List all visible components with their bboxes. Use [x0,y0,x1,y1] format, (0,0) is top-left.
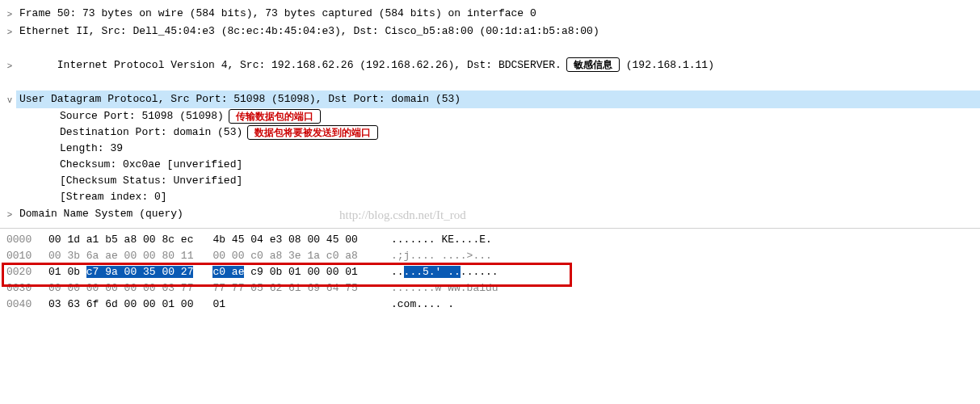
hex-bytes: 00 3b 6a ae 00 00 80 1100 00 c0 a8 3e 1a… [48,248,372,264]
udp-checksum-value: Checksum: 0xc0ae [unverified] [60,157,242,173]
tree-item-ipv4[interactable]: > Internet Protocol Version 4, Src: 192.… [0,40,980,90]
hex-ascii: .com.... . [372,297,454,313]
chevron-right-icon[interactable]: > [5,206,15,222]
dst-port-annotation: 数据包将要被发送到的端口 [247,125,378,140]
hex-offset: 0040 [6,297,48,313]
hex-bytes: 00 00 00 00 00 00 03 7777 77 05 62 61 69… [48,280,372,297]
hex-bytes: 03 63 6f 6d 00 00 01 0001 [48,297,372,313]
ipv4-summary: Internet Protocol Version 4, Src: 192.16… [16,40,980,90]
udp-stream-index-value: [Stream index: 0] [60,189,167,205]
tree-item-udp-length[interactable]: Length: 39 [0,141,980,157]
chevron-right-icon[interactable]: > [5,6,15,22]
ipv4-text-pre: Internet Protocol Version 4, Src: 192.16… [57,59,562,71]
hex-ascii: ....... KE....E. [372,232,492,248]
tree-item-udp-stream-index[interactable]: [Stream index: 0] [0,189,980,205]
hex-offset: 0000 [6,232,48,248]
src-port-value: Source Port: 51098 (51098) [60,108,224,124]
hex-bytes: 00 1d a1 b5 a8 00 8c ec4b 45 04 e3 08 00… [48,232,372,248]
hex-ascii: .....5.' ........ [372,264,498,280]
hex-highlight: c0 ae [212,266,244,278]
tree-item-udp[interactable]: v User Datagram Protocol, Src Port: 5109… [0,90,980,108]
ethernet-summary: Ethernet II, Src: Dell_45:04:e3 (8c:ec:4… [16,23,980,40]
hex-row-0000[interactable]: 0000 00 1d a1 b5 a8 00 8c ec4b 45 04 e3 … [0,232,980,248]
hex-bytes: 01 0b c7 9a 00 35 00 27c0 ae c9 0b 01 00… [48,264,372,280]
udp-summary: User Datagram Protocol, Src Port: 51098 … [16,90,980,108]
hex-row-0010[interactable]: 0010 00 3b 6a ae 00 00 80 1100 00 c0 a8 … [0,248,980,264]
tree-item-frame[interactable]: > Frame 50: 73 bytes on wire (584 bits),… [0,5,980,23]
dns-summary: Domain Name System (query) [16,205,980,223]
hex-ascii: .;j.... ....>... [372,248,492,264]
hex-offset: 0030 [6,280,48,297]
ipv4-text-post: (192.168.1.11) [620,59,714,71]
udp-checksum-status-value: [Checksum Status: Unverified] [60,173,242,189]
udp-length-value: Length: 39 [60,141,123,157]
hex-row-0030[interactable]: 0030 00 00 00 00 00 00 03 7777 77 05 62 … [0,280,980,297]
tree-item-udp-dstport[interactable]: Destination Port: domain (53) 数据包将要被发送到的… [0,124,980,141]
chevron-down-icon[interactable]: v [5,91,15,107]
src-port-annotation: 传输数据包的端口 [229,109,321,124]
chevron-right-icon[interactable]: > [5,57,15,74]
packet-bytes-pane: 0000 00 1d a1 b5 a8 00 8c ec4b 45 04 e3 … [0,229,980,319]
hex-row-0020[interactable]: 0020 01 0b c7 9a 00 35 00 27c0 ae c9 0b … [0,264,980,280]
hex-row-0040[interactable]: 0040 03 63 6f 6d 00 00 01 0001 .com.... … [0,297,980,313]
hex-offset: 0010 [6,248,48,264]
tree-item-udp-checksum-status[interactable]: [Checksum Status: Unverified] [0,173,980,189]
tree-item-udp-srcport[interactable]: Source Port: 51098 (51098) 传输数据包的端口 [0,108,980,124]
hex-highlight: c7 9a 00 35 00 27 [86,266,194,278]
tree-item-dns[interactable]: > Domain Name System (query) [0,205,980,223]
ascii-highlight: ...5.' .. [404,266,461,278]
hex-offset: 0020 [6,264,48,280]
tree-item-udp-checksum[interactable]: Checksum: 0xc0ae [unverified] [0,157,980,173]
frame-summary: Frame 50: 73 bytes on wire (584 bits), 7… [16,5,980,23]
sensitive-info-annotation: 敏感信息 [566,57,620,72]
packet-details-tree: > Frame 50: 73 bytes on wire (584 bits),… [0,0,980,223]
chevron-right-icon[interactable]: > [5,23,15,40]
hex-ascii: .......w ww.baidu [372,280,498,297]
dst-port-value: Destination Port: domain (53) [60,124,242,141]
tree-item-ethernet[interactable]: > Ethernet II, Src: Dell_45:04:e3 (8c:ec… [0,23,980,40]
